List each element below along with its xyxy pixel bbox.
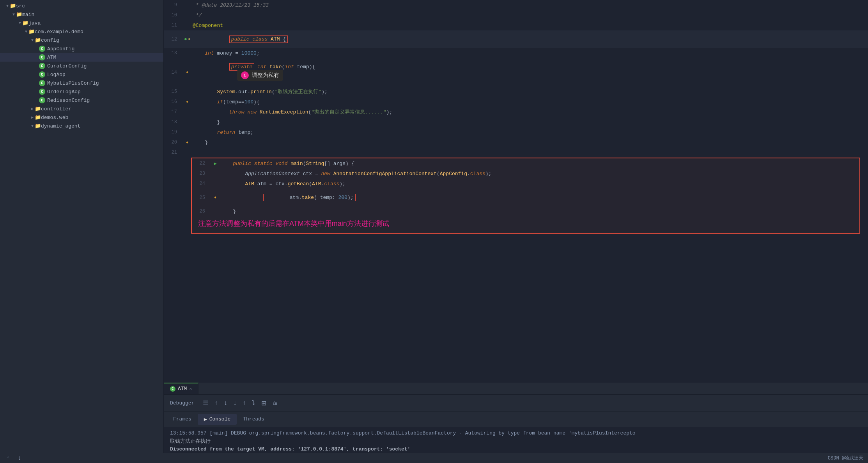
debug-btn-evaluate[interactable]: ⊞ [259, 398, 269, 408]
sidebar-item-java[interactable]: ▼ 📁 java [0, 19, 163, 27]
console-content[interactable]: 13:15:58.957 [main] DEBUG org.springfram… [164, 427, 868, 453]
sidebar: ▼ 📁 src ▼ 📁 main ▼ 📁 java ▼ 📁 com.exampl… [0, 0, 164, 453]
line-num-20: 20 [164, 140, 183, 145]
bookmark-14: ♦ [186, 70, 188, 75]
main-area: ▼ 📁 src ▼ 📁 main ▼ 📁 java ▼ 📁 com.exampl… [0, 0, 868, 453]
code-line-14: 14 ♦ private int take(int temp){ 1 调整为私有 [164, 58, 868, 87]
code-line-9: 9 * @date 2023/11/23 15:33 [164, 0, 868, 10]
sidebar-label-demos: demos.web [41, 115, 68, 121]
sidebar-item-redisson[interactable]: C RedissonConfig [0, 96, 163, 105]
code-line-18: 18 } [164, 117, 868, 127]
arrow-icon: ▼ [31, 124, 34, 128]
class-icon-curator: C [39, 63, 45, 69]
debug-btn-step-over[interactable]: ↓ [221, 398, 229, 408]
code-line-16: 16 ♦ if(temp==100){ [164, 97, 868, 107]
line-content-14: private int take(int temp){ 1 调整为私有 [191, 58, 868, 87]
line-content-16: if(temp==100){ [191, 99, 868, 105]
line-content-23: ApplicationContext ctx = new AnnotationC… [219, 171, 859, 177]
line-content-17: throw new RuntimeException("抛出的自定义异常信息..… [191, 108, 868, 115]
sidebar-item-atm[interactable]: C ATM [0, 53, 163, 62]
debug-btn-resume[interactable]: ↑ [212, 398, 220, 408]
sidebar-item-demos-web[interactable]: ▶ 📁 demos.web [0, 113, 163, 122]
arrow-icon: ▶ [31, 106, 34, 111]
sidebar-item-com-example-demo[interactable]: ▼ 📁 com.example.demo [0, 27, 163, 36]
tab-threads[interactable]: Threads [237, 414, 271, 424]
nav-down-btn[interactable]: ↓ [16, 454, 23, 463]
file-tab-atm[interactable]: C ATM ✕ [164, 383, 198, 394]
folder-icon: 📁 [10, 3, 16, 9]
line-num-26: 26 [192, 209, 211, 214]
sidebar-item-src[interactable]: ▼ 📁 src [0, 2, 163, 10]
gutter-14: ♦ [183, 70, 191, 75]
line-content-13: int money = 10000; [191, 50, 868, 56]
nav-up-btn[interactable]: ↑ [5, 454, 12, 463]
arrow-icon: ▼ [19, 21, 21, 25]
arrow-icon: ▼ [12, 12, 15, 17]
sidebar-item-config[interactable]: ▼ 📁 config [0, 36, 163, 44]
folder-icon: 📁 [35, 123, 41, 129]
line-num-21: 21 [164, 150, 183, 155]
status-bar: ↑ ↓ CSDN @哈武達天 [0, 453, 868, 463]
sidebar-item-orderlogaop[interactable]: C OrderLogAop [0, 87, 163, 96]
sidebar-label-dynamic: dynamic_agent [41, 123, 80, 129]
run-arrow-22: ▶ [214, 161, 216, 167]
line-num-18: 18 [164, 119, 183, 125]
tooltip-bubble: 1 调整为私有 [237, 70, 283, 81]
sidebar-item-controller[interactable]: ▶ 📁 controller [0, 105, 163, 113]
line-num-12: 12 [164, 37, 183, 42]
sidebar-item-main[interactable]: ▼ 📁 main [0, 10, 163, 19]
sidebar-item-appconfig[interactable]: C AppConfig [0, 44, 163, 53]
line-num-9: 9 [164, 2, 183, 8]
sidebar-item-dynamic-agent[interactable]: ▼ 📁 dynamic_agent [0, 122, 163, 130]
sidebar-label-mybatis: MybatisPlusConfig [47, 80, 99, 86]
debug-btn-step-out[interactable]: ↑ [240, 398, 248, 408]
debug-btn-frames[interactable]: ≋ [270, 398, 280, 408]
line-num-15: 15 [164, 89, 183, 94]
status-right: CSDN @哈武達天 [828, 455, 863, 461]
line-num-16: 16 [164, 99, 183, 105]
gutter-16: ♦ [183, 100, 191, 104]
code-line-26: 26 } [192, 206, 859, 216]
console-line-4: Disconnected from the target VM, address… [170, 446, 862, 452]
class-decl-box: public class ATM { [229, 35, 288, 43]
tab-console[interactable]: ▶ Console [198, 414, 237, 425]
sidebar-label-main: main [22, 12, 34, 18]
code-line-12: 12 ● ♦ public class ATM { [164, 30, 868, 48]
arrow-icon: ▼ [6, 4, 9, 8]
folder-icon: 📁 [35, 114, 41, 121]
arrow-icon: ▼ [31, 38, 34, 43]
line-content-22: public static void main(String[] args) { [219, 161, 859, 167]
code-line-22: 22 ▶ public static void main(String[] ar… [192, 158, 859, 169]
folder-icon: 📁 [28, 28, 35, 35]
sidebar-item-mybatisplus[interactable]: C MybatisPlusConfig [0, 79, 163, 87]
debug-btn-menu[interactable]: ☰ [200, 398, 211, 408]
sidebar-label-curator: CuratorConfig [47, 63, 87, 69]
line-num-17: 17 [164, 109, 183, 115]
sidebar-item-logaop[interactable]: C LogAop [0, 70, 163, 79]
arrow-icon: ▼ [25, 30, 27, 34]
bookmark-20: ♦ [186, 140, 188, 145]
code-container[interactable]: 9 * @date 2023/11/23 15:33 10 */ 11 @Com… [164, 0, 868, 383]
close-icon-atm[interactable]: ✕ [189, 386, 192, 391]
sidebar-item-curatorconfig[interactable]: C CuratorConfig [0, 62, 163, 70]
debugger-bar: Debugger ☰ ↑ ↓ ↓ ↑ ⤵ ⊞ ≋ [164, 394, 868, 412]
csdn-tag: CSDN @哈武達天 [828, 455, 863, 461]
file-tab-label: ATM [178, 386, 187, 392]
sidebar-label-appconfig: AppConfig [47, 46, 74, 52]
code-line-17: 17 throw new RuntimeException("抛出的自定义异常信… [164, 107, 868, 117]
class-icon-mybatis: C [39, 80, 45, 86]
debug-btn-step-into[interactable]: ↓ [231, 398, 239, 408]
sidebar-label-config: config [41, 37, 59, 43]
code-line-20: 20 ♦ } [164, 137, 868, 147]
folder-icon: 📁 [22, 20, 28, 26]
debug-btn-run-to-cursor[interactable]: ⤵ [250, 398, 257, 408]
class-icon-order: C [39, 89, 45, 95]
sidebar-label-redisson: RedissonConfig [47, 98, 90, 103]
sidebar-label-com: com.example.demo [35, 29, 83, 35]
tab-threads-label: Threads [243, 416, 264, 422]
console-line-1: 13:15:58.957 [main] DEBUG org.springfram… [170, 430, 862, 436]
bottom-panel: C ATM ✕ Debugger ☰ ↑ ↓ ↓ ↑ ⤵ ⊞ ≋ Fra [164, 383, 868, 453]
line-content-15: System.out.println("取钱方法正在执行"); [191, 88, 868, 95]
folder-icon: 📁 [35, 106, 41, 112]
code-line-23: 23 ApplicationContext ctx = new Annotati… [192, 169, 859, 179]
